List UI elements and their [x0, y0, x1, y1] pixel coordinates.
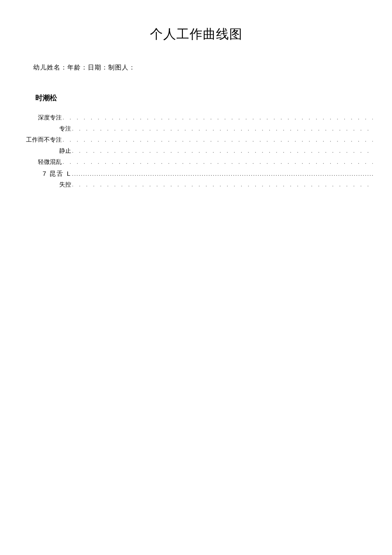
level-row-work-not-focus: 工作而不专注 . . . . . . . . . . . . . . . . .…: [19, 137, 373, 143]
document-page: 个人工作曲线图 幼儿姓名：年龄：日期：制图人： 时潮松 深度专注 . . . .…: [0, 0, 392, 193]
level-row-deep-focus: 深度专注 . . . . . . . . . . . . . . . . . .…: [19, 115, 373, 121]
level-label: 静止: [19, 148, 72, 154]
level-label: 7 昆舌 L: [19, 170, 72, 177]
author-label: 制图人：: [108, 64, 135, 71]
level-label: 工作而不专注: [19, 137, 63, 143]
level-row-confused: 7 昆舌 L .................................…: [19, 170, 373, 177]
level-row-mild-disorder: 轻微混乱 . . . . . . . . . . . . . . . . . .…: [19, 159, 373, 165]
levels-container: 深度专注 . . . . . . . . . . . . . . . . . .…: [19, 115, 373, 193]
dotted-line: . . . . . . . . . . . . . . . . . . . . …: [72, 126, 373, 131]
dotted-line: ........................................…: [72, 171, 373, 177]
level-label: 轻微混乱: [19, 159, 63, 165]
level-row-loss-control: 失控 . . . . . . . . . . . . . . . . . . .…: [19, 182, 373, 188]
level-row-focus: 专注 . . . . . . . . . . . . . . . . . . .…: [19, 126, 373, 132]
name-label: 幼儿姓名：: [33, 64, 67, 71]
level-label: 深度专注: [19, 115, 63, 121]
dotted-line: . . . . . . . . . . . . . . . . . . . . …: [63, 115, 373, 120]
date-label: 日期：: [88, 64, 108, 71]
info-line: 幼儿姓名：年龄：日期：制图人：: [33, 64, 373, 72]
level-label: 失控: [19, 182, 72, 188]
dotted-line: . . . . . . . . . . . . . . . . . . . . …: [63, 159, 373, 165]
dotted-line: . . . . . . . . . . . . . . . . . . . . …: [63, 137, 373, 142]
age-label: 年龄：: [67, 64, 88, 71]
level-label: 专注: [19, 126, 72, 132]
level-row-still: 静止 . . . . . . . . . . . . . . . . . . .…: [19, 148, 373, 154]
section-label: 时潮松: [35, 93, 373, 103]
dotted-line: . . . . . . . . . . . . . . . . . . . . …: [72, 182, 373, 187]
dotted-line: . . . . . . . . . . . . . . . . . . . . …: [72, 148, 373, 154]
page-title: 个人工作曲线图: [19, 26, 373, 43]
